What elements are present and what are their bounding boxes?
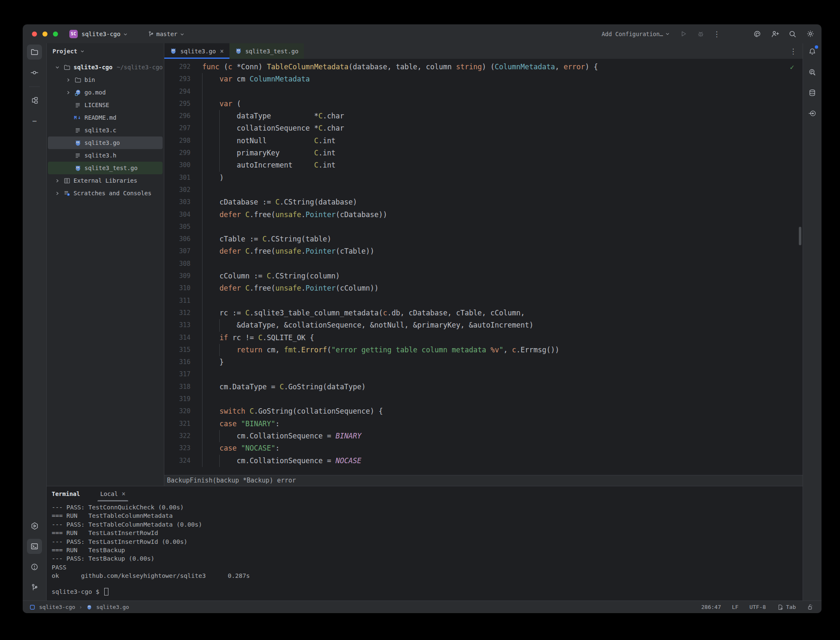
tree-item-label: bin xyxy=(84,76,95,83)
breadcrumb-project[interactable]: sqlite3-cgo xyxy=(39,604,75,610)
debug-button[interactable] xyxy=(697,30,705,38)
close-icon[interactable]: × xyxy=(122,490,126,498)
tree-item-label: LICENSE xyxy=(84,102,109,108)
problems-tool-button[interactable] xyxy=(27,559,42,574)
code-text: cDatabase := C.CString(database) xyxy=(202,196,357,208)
indent-guide xyxy=(202,86,203,98)
tree-item-label: sqlite3.c xyxy=(84,127,116,134)
file-settings-icon xyxy=(777,604,784,611)
gopher-file-icon xyxy=(86,604,92,610)
tree-item-label: sqlite3.h xyxy=(84,152,116,159)
git-branch-icon xyxy=(147,31,154,37)
chevron-down-icon xyxy=(179,31,185,37)
gopher-icon xyxy=(170,47,177,55)
chevron-right-icon[interactable] xyxy=(63,90,73,95)
tree-item-scratches-and-consoles[interactable]: Scratches and Consoles xyxy=(48,187,163,199)
search-everywhere-icon[interactable] xyxy=(788,30,797,38)
ai-assistant-icon[interactable] xyxy=(753,30,761,38)
services-tool-button[interactable] xyxy=(27,518,42,533)
code-text: defer C.free(unsafe.Pointer(cTable)) xyxy=(202,245,374,257)
code-line-302: 302 xyxy=(164,184,803,196)
terminal-prompt[interactable]: sqlite3-cgo $ xyxy=(52,588,803,596)
code-line-317: 317 xyxy=(164,368,803,380)
zoom-window-button[interactable] xyxy=(53,31,58,37)
structure-tool-button[interactable] xyxy=(27,93,42,108)
chevron-right-icon[interactable] xyxy=(63,77,73,83)
terminal-panel: Terminal Local × --- PASS: TestConnQuick… xyxy=(47,486,803,601)
tree-item-sqlite3-h[interactable]: sqlite3.h xyxy=(48,149,163,162)
history-tool-button[interactable] xyxy=(805,106,820,121)
chevron-right-icon[interactable] xyxy=(53,178,62,184)
chevron-right-icon[interactable] xyxy=(53,191,62,196)
tree-item-sqlite3-cgo[interactable]: sqlite3-cgo~/sqlite3-cgo xyxy=(48,61,163,73)
commit-tool-button[interactable] xyxy=(27,65,42,80)
code-line-301: 301 ) xyxy=(164,172,803,184)
code-text: cTable := C.CString(table) xyxy=(202,233,331,245)
code-line-323: 323 case "NOCASE": xyxy=(164,442,803,454)
code-text: var cm ColumnMetadata xyxy=(202,73,310,85)
breadcrumb-file[interactable]: sqlite3.go xyxy=(96,604,129,610)
line-number: 313 xyxy=(164,319,190,331)
encoding-widget[interactable]: UTF-8 xyxy=(749,604,766,610)
line-number: 297 xyxy=(164,122,190,134)
more-tool-windows-button[interactable]: ⋯ xyxy=(27,113,42,129)
line-number: 292 xyxy=(164,61,190,73)
tree-item-external-libraries[interactable]: External Libraries xyxy=(48,174,163,187)
tree-item-sqlite3-test-go[interactable]: sqlite3_test.go xyxy=(48,162,163,174)
tree-item-label: sqlite3_test.go xyxy=(84,165,137,171)
line-number: 306 xyxy=(164,233,190,245)
code-text: cColumn := C.CString(column) xyxy=(202,270,340,282)
tree-item-license[interactable]: LICENSE xyxy=(48,99,163,111)
project-switcher[interactable]: sqlite3-cgo xyxy=(82,31,128,37)
breadcrumb: sqlite3-cgo › sqlite3.go xyxy=(29,604,129,610)
tree-item-readme-md[interactable]: MREADME.md xyxy=(48,111,163,124)
line-number: 324 xyxy=(164,455,190,467)
line-number: 323 xyxy=(164,442,190,454)
code-line-300: 300 autoIncrement C.int xyxy=(164,159,803,171)
line-number: 303 xyxy=(164,196,190,208)
tree-item-label: sqlite3-cgo xyxy=(74,64,113,71)
tree-item-sqlite3-c[interactable]: sqlite3.c xyxy=(48,124,163,136)
strip-divider xyxy=(29,87,40,87)
close-window-button[interactable] xyxy=(32,31,37,37)
run-configuration-label: Add Configuration… xyxy=(602,31,663,37)
terminal-tab-label: Local xyxy=(100,490,118,497)
tree-item-sqlite3-go[interactable]: sqlite3.go xyxy=(48,136,163,149)
minimize-window-button[interactable] xyxy=(42,31,47,37)
terminal-tool-button[interactable] xyxy=(27,539,42,554)
indent-guide xyxy=(202,258,203,270)
run-button[interactable] xyxy=(679,30,687,38)
ai-assistant-tool-button[interactable] xyxy=(805,65,820,80)
terminal-output[interactable]: --- PASS: TestConnQuickCheck (0.00s)=== … xyxy=(47,501,803,601)
database-tool-button[interactable] xyxy=(805,85,820,100)
tree-item-path-hint: ~/sqlite3-cgo xyxy=(117,64,163,71)
tree-item-label: sqlite3.go xyxy=(84,139,120,146)
line-ending-widget[interactable]: LF xyxy=(732,604,739,610)
caret-position-widget[interactable]: 286:47 xyxy=(701,604,721,610)
more-actions-icon[interactable]: ⋮ xyxy=(713,30,720,38)
version-control-tool-button[interactable] xyxy=(27,580,42,595)
tab-sqlite3-test-go[interactable]: sqlite3_test.go xyxy=(229,43,304,59)
branch-switcher[interactable]: master xyxy=(147,31,185,37)
project-panel-header[interactable]: Project xyxy=(47,43,164,59)
notifications-button[interactable] xyxy=(805,44,820,59)
ai-chat-icon xyxy=(808,68,816,76)
terminal-line: --- PASS: TestBackup (0.00s) xyxy=(52,554,803,563)
project-tool-button[interactable] xyxy=(27,45,42,60)
settings-gear-icon[interactable] xyxy=(806,29,815,38)
indent-widget[interactable]: Tab xyxy=(777,604,796,611)
unlocked-icon[interactable] xyxy=(807,603,814,611)
code-line-311: 311 xyxy=(164,295,803,307)
tab-options-icon[interactable]: ⋮ xyxy=(790,47,797,55)
code-with-me-icon[interactable] xyxy=(771,30,779,38)
tab-sqlite3-go[interactable]: sqlite3.go× xyxy=(164,43,229,59)
terminal-tab-local[interactable]: Local × xyxy=(97,486,128,501)
tree-item-bin[interactable]: bin xyxy=(48,73,163,86)
editor-code[interactable]: ✓ 292func (c *Conn) TableColumnMetadata(… xyxy=(164,59,803,475)
code-line-312: 312 rc := C.sqlite3_table_column_metadat… xyxy=(164,307,803,319)
tree-item-go-mod[interactable]: go.mod xyxy=(48,86,163,99)
gophertest-icon xyxy=(235,47,242,55)
close-icon[interactable]: × xyxy=(220,47,224,55)
run-configuration-select[interactable]: Add Configuration… xyxy=(602,31,670,37)
chevron-down-icon[interactable] xyxy=(53,65,62,70)
